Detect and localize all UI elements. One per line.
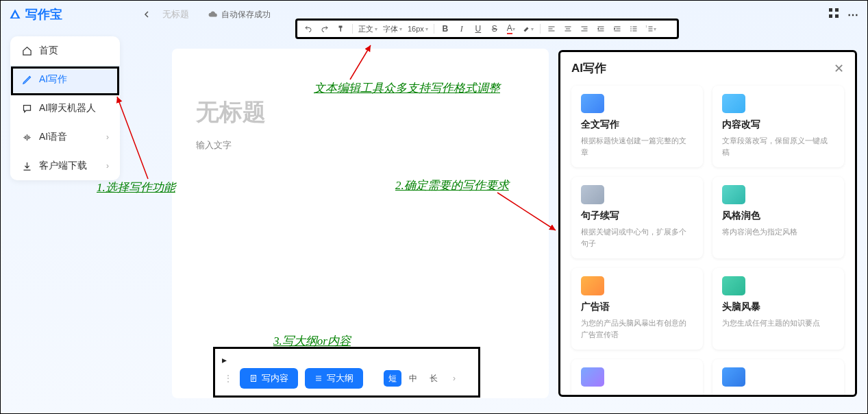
card-title: 句子续写 <box>581 210 693 222</box>
bottom-action-bar: ▸ ⋮ 写内容 写大纲 短 中 长 › <box>213 347 480 398</box>
sidebar: 首页 AI写作 AI聊天机器人 AI语音 › 客户端下载 › <box>10 36 120 180</box>
chevron-right-icon: › <box>106 161 109 171</box>
card-desc: 为您生成任何主题的知识要点 <box>722 317 834 329</box>
sidebar-item-label: 客户端下载 <box>39 160 87 172</box>
format-toolbar: 正文▾ 字体▾ 16px▾ B I U S A▾ ▾ 1▾ <box>295 19 679 39</box>
svg-rect-3 <box>835 14 839 18</box>
app-grid-button[interactable] <box>828 8 839 21</box>
ai-writing-panel: AI写作 ✕ 全文写作 根据标题快速创建一篇完整的文章 内容改写 文章段落改写，… <box>558 50 857 397</box>
undo-button[interactable] <box>301 22 315 36</box>
more-button[interactable]: ⋯ <box>847 8 859 21</box>
app-name: 写作宝 <box>25 6 62 23</box>
card-title: 广告语 <box>581 301 693 313</box>
ai-panel-title: AI写作 <box>571 60 606 76</box>
sidebar-item-download[interactable]: 客户端下载 › <box>10 151 120 180</box>
card-desc: 根据标题快速创建一篇完整的文章 <box>581 135 693 158</box>
pencil-icon <box>21 74 32 85</box>
chat-icon <box>21 103 32 114</box>
format-paint-button[interactable] <box>334 22 348 36</box>
indent-button[interactable] <box>610 22 624 36</box>
play-icon: ▸ <box>222 354 475 365</box>
ai-card-7[interactable] <box>712 359 844 397</box>
card-icon <box>722 367 745 387</box>
svg-point-6 <box>630 30 632 32</box>
sidebar-item-label: AI语音 <box>39 131 67 143</box>
card-icon <box>722 185 745 204</box>
document-name: 无标题 <box>162 8 189 21</box>
audio-icon <box>21 132 32 143</box>
highlight-icon <box>523 25 531 33</box>
sidebar-item-ai-chatbot[interactable]: AI聊天机器人 <box>10 94 120 123</box>
length-selector: 短 中 长 › <box>384 370 463 387</box>
card-icon <box>581 94 604 113</box>
font-select[interactable]: 字体▾ <box>382 24 404 34</box>
card-title: 头脑风暴 <box>722 301 834 313</box>
ai-card-2[interactable]: 句子续写 根据关键词或中心句，扩展多个句子 <box>571 177 703 258</box>
bold-button[interactable]: B <box>438 22 452 36</box>
close-button[interactable]: ✕ <box>834 61 844 76</box>
download-icon <box>21 160 32 171</box>
card-desc: 根据关键词或中心句，扩展多个句子 <box>581 226 693 249</box>
sidebar-item-ai-writing[interactable]: AI写作 <box>10 65 120 94</box>
align-left-button[interactable] <box>545 22 558 36</box>
card-desc: 为您的产品头脑风暴出有创意的广告宣传语 <box>581 317 693 340</box>
length-long[interactable]: 长 <box>425 370 443 387</box>
body-input[interactable]: 输入文字 <box>196 139 525 151</box>
undo-icon <box>304 25 312 33</box>
grid-icon <box>828 8 839 19</box>
title-input[interactable]: 无标题 <box>196 97 525 128</box>
app-logo: 写作宝 <box>9 6 62 23</box>
align-right-button[interactable] <box>578 22 591 36</box>
highlight-button[interactable]: ▾ <box>521 22 536 36</box>
card-desc: 文章段落改写，保留原义一键成稿 <box>722 135 834 158</box>
write-outline-button[interactable]: 写大纲 <box>305 368 363 389</box>
list-ol-button[interactable]: 1▾ <box>643 22 658 36</box>
align-center-button[interactable] <box>561 22 575 36</box>
ai-card-6[interactable] <box>571 359 703 397</box>
redo-button[interactable] <box>318 22 332 36</box>
card-icon <box>722 276 745 295</box>
paragraph-select[interactable]: 正文▾ <box>357 24 379 34</box>
card-icon <box>581 276 604 295</box>
length-short[interactable]: 短 <box>384 370 401 387</box>
card-icon <box>722 94 745 113</box>
list-ul-button[interactable] <box>627 22 641 36</box>
sidebar-item-label: AI写作 <box>39 73 67 86</box>
card-title: 风格润色 <box>722 210 834 222</box>
card-title: 全文写作 <box>581 119 693 131</box>
svg-point-4 <box>630 26 632 27</box>
back-button[interactable] <box>138 5 156 23</box>
sidebar-item-label: 首页 <box>39 45 58 57</box>
sidebar-item-home[interactable]: 首页 <box>10 36 120 65</box>
ai-card-0[interactable]: 全文写作 根据标题快速创建一篇完整的文章 <box>571 86 703 167</box>
editor[interactable]: 无标题 输入文字 <box>172 49 549 398</box>
fontsize-select[interactable]: 16px▾ <box>406 25 430 33</box>
outdent-button[interactable] <box>594 22 608 36</box>
annotation-1: 1.选择写作功能 <box>97 180 175 195</box>
autosave-status: 自动保存成功 <box>208 9 271 21</box>
card-desc: 将内容润色为指定风格 <box>722 226 834 238</box>
text-color-button[interactable]: A▾ <box>504 22 518 36</box>
ai-card-1[interactable]: 内容改写 文章段落改写，保留原义一键成稿 <box>712 86 844 167</box>
sidebar-item-ai-voice[interactable]: AI语音 › <box>10 123 120 151</box>
card-icon <box>581 367 604 387</box>
ai-card-3[interactable]: 风格润色 将内容润色为指定风格 <box>712 177 844 258</box>
cloud-icon <box>208 10 218 19</box>
home-icon <box>21 45 32 56</box>
ai-card-4[interactable]: 广告语 为您的产品头脑风暴出有创意的广告宣传语 <box>571 268 703 350</box>
underline-button[interactable]: U <box>471 22 485 36</box>
ai-card-5[interactable]: 头脑风暴 为您生成任何主题的知识要点 <box>712 268 844 350</box>
svg-text:1: 1 <box>645 25 647 28</box>
chevron-left-icon <box>143 11 150 18</box>
strike-button[interactable]: S <box>488 22 501 36</box>
svg-rect-2 <box>829 14 832 18</box>
length-medium[interactable]: 中 <box>404 370 422 387</box>
logo-icon <box>9 8 21 21</box>
paint-icon <box>337 25 345 33</box>
svg-rect-0 <box>829 8 832 12</box>
italic-button[interactable]: I <box>455 22 469 36</box>
write-content-button[interactable]: 写内容 <box>240 368 298 389</box>
drag-handle[interactable]: ⋮ <box>223 373 233 384</box>
redo-icon <box>321 25 329 33</box>
length-next[interactable]: › <box>445 370 463 387</box>
